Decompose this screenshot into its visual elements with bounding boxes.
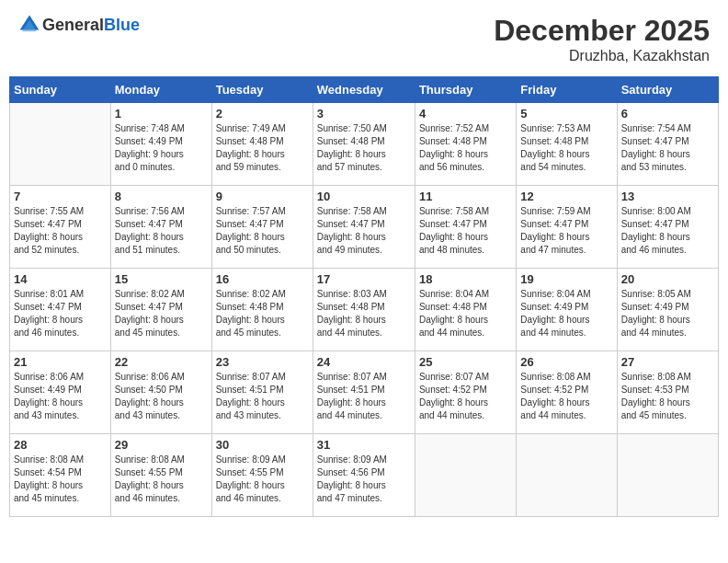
day-info: Sunrise: 8:01 AMSunset: 4:47 PMDaylight:…: [14, 288, 107, 339]
day-info: Sunrise: 8:00 AMSunset: 4:47 PMDaylight:…: [621, 205, 714, 257]
calendar-cell: [517, 434, 617, 517]
day-number: 23: [216, 355, 309, 369]
day-number: 3: [317, 107, 411, 121]
calendar-cell: [10, 103, 111, 186]
day-info: Sunrise: 8:03 AMSunset: 4:48 PMDaylight:…: [317, 288, 411, 339]
day-number: 15: [115, 272, 208, 286]
calendar-cell: 15Sunrise: 8:02 AMSunset: 4:47 PMDayligh…: [110, 269, 211, 351]
day-info: Sunrise: 8:04 AMSunset: 4:49 PMDaylight:…: [520, 288, 612, 339]
calendar-cell: 28Sunrise: 8:08 AMSunset: 4:54 PMDayligh…: [10, 434, 111, 517]
day-info: Sunrise: 7:59 AMSunset: 4:47 PMDaylight:…: [520, 205, 612, 257]
day-number: 16: [216, 272, 309, 286]
calendar-cell: 4Sunrise: 7:52 AMSunset: 4:48 PMDaylight…: [415, 103, 516, 186]
day-number: 8: [115, 190, 208, 203]
day-number: 20: [621, 272, 714, 286]
day-info: Sunrise: 7:58 AMSunset: 4:47 PMDaylight:…: [317, 205, 411, 257]
day-info: Sunrise: 8:06 AMSunset: 4:49 PMDaylight:…: [14, 371, 107, 422]
header-row: SundayMondayTuesdayWednesdayThursdayFrid…: [10, 77, 719, 103]
calendar-cell: 31Sunrise: 8:09 AMSunset: 4:56 PMDayligh…: [313, 434, 415, 517]
calendar-week-1: 7Sunrise: 7:55 AMSunset: 4:47 PMDaylight…: [10, 186, 719, 269]
day-info: Sunrise: 7:53 AMSunset: 4:48 PMDaylight:…: [520, 122, 612, 174]
day-number: 2: [216, 107, 309, 121]
day-info: Sunrise: 7:55 AMSunset: 4:47 PMDaylight:…: [14, 205, 107, 257]
day-info: Sunrise: 7:56 AMSunset: 4:47 PMDaylight:…: [115, 205, 208, 257]
calendar-cell: 6Sunrise: 7:54 AMSunset: 4:47 PMDaylight…: [617, 103, 718, 186]
day-info: Sunrise: 8:02 AMSunset: 4:48 PMDaylight:…: [216, 288, 309, 339]
calendar-cell: 21Sunrise: 8:06 AMSunset: 4:49 PMDayligh…: [10, 351, 111, 434]
day-number: 28: [14, 438, 107, 452]
day-number: 1: [115, 107, 208, 121]
calendar-cell: 24Sunrise: 8:07 AMSunset: 4:51 PMDayligh…: [313, 351, 415, 434]
day-number: 26: [520, 355, 612, 369]
header-day-friday: Friday: [517, 77, 617, 103]
day-info: Sunrise: 7:48 AMSunset: 4:49 PMDaylight:…: [115, 122, 208, 174]
calendar-body: 1Sunrise: 7:48 AMSunset: 4:49 PMDaylight…: [10, 103, 719, 517]
month-title: December 2025: [494, 14, 710, 48]
calendar-cell: [617, 434, 718, 517]
calendar-cell: 23Sunrise: 8:07 AMSunset: 4:51 PMDayligh…: [211, 351, 313, 434]
calendar-cell: 20Sunrise: 8:05 AMSunset: 4:49 PMDayligh…: [617, 269, 718, 351]
header-day-monday: Monday: [110, 77, 211, 103]
day-info: Sunrise: 8:08 AMSunset: 4:54 PMDaylight:…: [14, 454, 107, 505]
day-number: 5: [520, 107, 612, 121]
day-number: 13: [621, 190, 714, 203]
day-info: Sunrise: 8:07 AMSunset: 4:51 PMDaylight:…: [317, 371, 411, 422]
calendar-cell: 26Sunrise: 8:08 AMSunset: 4:52 PMDayligh…: [517, 351, 617, 434]
calendar-cell: 5Sunrise: 7:53 AMSunset: 4:48 PMDaylight…: [517, 103, 617, 186]
day-info: Sunrise: 8:08 AMSunset: 4:55 PMDaylight:…: [115, 454, 208, 505]
day-info: Sunrise: 7:58 AMSunset: 4:47 PMDaylight:…: [419, 205, 512, 257]
header-day-wednesday: Wednesday: [313, 77, 415, 103]
calendar-cell: 30Sunrise: 8:09 AMSunset: 4:55 PMDayligh…: [211, 434, 313, 517]
calendar-week-4: 28Sunrise: 8:08 AMSunset: 4:54 PMDayligh…: [10, 434, 719, 517]
day-number: 12: [520, 190, 612, 203]
calendar-cell: 25Sunrise: 8:07 AMSunset: 4:52 PMDayligh…: [415, 351, 516, 434]
calendar-cell: 11Sunrise: 7:58 AMSunset: 4:47 PMDayligh…: [415, 186, 516, 269]
day-number: 21: [14, 355, 107, 369]
day-info: Sunrise: 8:08 AMSunset: 4:52 PMDaylight:…: [520, 371, 612, 422]
calendar-header: SundayMondayTuesdayWednesdayThursdayFrid…: [10, 77, 719, 103]
title-block: December 2025 Druzhba, Kazakhstan: [494, 14, 710, 64]
day-number: 31: [317, 438, 411, 452]
calendar-cell: 29Sunrise: 8:08 AMSunset: 4:55 PMDayligh…: [110, 434, 211, 517]
calendar-cell: 3Sunrise: 7:50 AMSunset: 4:48 PMDaylight…: [313, 103, 415, 186]
header-day-thursday: Thursday: [415, 77, 516, 103]
location: Druzhba, Kazakhstan: [494, 48, 710, 64]
calendar-cell: 1Sunrise: 7:48 AMSunset: 4:49 PMDaylight…: [110, 103, 211, 186]
header-day-saturday: Saturday: [617, 77, 718, 103]
day-number: 27: [621, 355, 714, 369]
day-number: 24: [317, 355, 411, 369]
logo-text-general: General: [42, 16, 104, 34]
day-info: Sunrise: 8:09 AMSunset: 4:55 PMDaylight:…: [216, 454, 309, 505]
day-info: Sunrise: 7:52 AMSunset: 4:48 PMDaylight:…: [419, 122, 512, 174]
day-number: 6: [621, 107, 714, 121]
page-header: GeneralBlue December 2025 Druzhba, Kazak…: [9, 9, 719, 69]
calendar-cell: 10Sunrise: 7:58 AMSunset: 4:47 PMDayligh…: [313, 186, 415, 269]
day-info: Sunrise: 7:50 AMSunset: 4:48 PMDaylight:…: [317, 122, 411, 174]
header-day-tuesday: Tuesday: [211, 77, 313, 103]
day-number: 4: [419, 107, 512, 121]
day-number: 10: [317, 190, 411, 203]
calendar-week-3: 21Sunrise: 8:06 AMSunset: 4:49 PMDayligh…: [10, 351, 719, 434]
calendar-week-0: 1Sunrise: 7:48 AMSunset: 4:49 PMDaylight…: [10, 103, 719, 186]
day-info: Sunrise: 8:08 AMSunset: 4:53 PMDaylight:…: [621, 371, 714, 422]
day-info: Sunrise: 7:54 AMSunset: 4:47 PMDaylight:…: [621, 122, 714, 174]
calendar-week-2: 14Sunrise: 8:01 AMSunset: 4:47 PMDayligh…: [10, 269, 719, 351]
day-number: 18: [419, 272, 512, 286]
day-number: 17: [317, 272, 411, 286]
calendar-cell: 22Sunrise: 8:06 AMSunset: 4:50 PMDayligh…: [110, 351, 211, 434]
calendar-cell: 7Sunrise: 7:55 AMSunset: 4:47 PMDaylight…: [10, 186, 111, 269]
day-info: Sunrise: 8:04 AMSunset: 4:48 PMDaylight:…: [419, 288, 512, 339]
day-number: 11: [419, 190, 512, 203]
calendar-cell: 13Sunrise: 8:00 AMSunset: 4:47 PMDayligh…: [617, 186, 718, 269]
header-day-sunday: Sunday: [10, 77, 111, 103]
calendar-cell: 19Sunrise: 8:04 AMSunset: 4:49 PMDayligh…: [517, 269, 617, 351]
calendar-cell: 18Sunrise: 8:04 AMSunset: 4:48 PMDayligh…: [415, 269, 516, 351]
day-info: Sunrise: 8:09 AMSunset: 4:56 PMDaylight:…: [317, 454, 411, 505]
calendar-cell: 8Sunrise: 7:56 AMSunset: 4:47 PMDaylight…: [110, 186, 211, 269]
calendar-cell: 2Sunrise: 7:49 AMSunset: 4:48 PMDaylight…: [211, 103, 313, 186]
calendar-cell: 16Sunrise: 8:02 AMSunset: 4:48 PMDayligh…: [211, 269, 313, 351]
day-number: 9: [216, 190, 309, 203]
day-number: 22: [115, 355, 208, 369]
day-info: Sunrise: 7:49 AMSunset: 4:48 PMDaylight:…: [216, 122, 309, 174]
day-info: Sunrise: 8:02 AMSunset: 4:47 PMDaylight:…: [115, 288, 208, 339]
